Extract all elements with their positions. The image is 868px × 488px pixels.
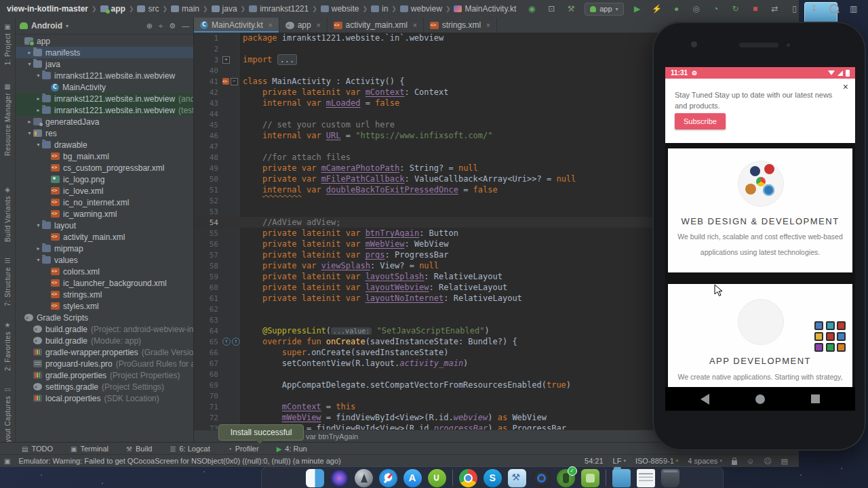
breadcrumb-item[interactable]: src bbox=[137, 4, 159, 14]
breadcrumb-item[interactable]: imrankst1221 bbox=[249, 4, 309, 14]
tree-expand-icon[interactable]: ▾ bbox=[26, 61, 33, 67]
breadcrumb-item[interactable]: java bbox=[212, 4, 237, 14]
tree-item-ic-launcher-background-xml[interactable]: ic_launcher_background.xml bbox=[16, 277, 193, 289]
tree-expand-icon[interactable]: ▾ bbox=[35, 222, 42, 228]
search-everywhere-icon[interactable] bbox=[828, 3, 840, 15]
tab-mainactivity-kt[interactable]: MainActivity.kt× bbox=[194, 18, 279, 33]
build-hammer-icon[interactable]: ⚒ bbox=[565, 3, 577, 15]
tree-expand-icon[interactable]: ▾ bbox=[26, 130, 33, 136]
tree-item-app[interactable]: app bbox=[16, 35, 193, 47]
tree-item-strings-xml[interactable]: strings.xml bbox=[16, 289, 193, 300]
toolwindow-tab-build[interactable]: ⚒Build bbox=[126, 445, 152, 453]
dock-siri-icon[interactable] bbox=[330, 469, 349, 487]
tree-item-colors-xml[interactable]: colors.xml bbox=[16, 266, 193, 277]
tree-item-mipmap[interactable]: ▸mipmap bbox=[16, 243, 193, 254]
app-development-card[interactable]: APP DEVELOPMENT We create native applica… bbox=[668, 284, 852, 387]
toolwindow-tab-todo[interactable]: ▤TODO bbox=[22, 445, 53, 453]
stripe-item-build-variants[interactable]: ◈Build Variants bbox=[4, 186, 12, 242]
tree-item-ic-no-internet-xml[interactable]: ic_no_internet.xml bbox=[16, 197, 193, 208]
tree-item-gradle-wrapper-properties[interactable]: gradle-wrapper.properties(Gradle Version bbox=[16, 346, 193, 358]
tree-item-imrankst1221-website-in-webview[interactable]: ▸imrankst1221.website.in.webview(test bbox=[16, 104, 193, 116]
close-icon[interactable]: × bbox=[317, 22, 321, 29]
tree-expand-icon[interactable]: ▸ bbox=[26, 49, 33, 56]
tree-item-mainactivity[interactable]: MainActivity bbox=[16, 81, 193, 93]
tab-activity-main-xml[interactable]: activity_main.xml× bbox=[328, 18, 424, 33]
tree-item-generatedjava[interactable]: ▸generatedJava bbox=[16, 116, 193, 127]
web-design-card[interactable]: WEB DESIGN & DEVELOPMENT We build rich, … bbox=[668, 148, 852, 272]
stripe-item-1-project[interactable]: ▣1: Project bbox=[4, 23, 12, 65]
tree-expand-icon[interactable]: ▸ bbox=[35, 96, 42, 102]
tree-expand-icon[interactable]: ▸ bbox=[26, 119, 33, 125]
rerun-icon[interactable]: ↻ bbox=[730, 3, 742, 15]
tree-expand-icon[interactable]: ▸ bbox=[35, 107, 42, 113]
dock-chrome-icon[interactable] bbox=[459, 469, 477, 487]
dock-vpn-icon[interactable] bbox=[557, 469, 575, 487]
tree-item-values[interactable]: ▾values bbox=[16, 254, 193, 266]
tree-item-gradle-scripts[interactable]: Gradle Scripts bbox=[16, 312, 193, 323]
run-button[interactable]: ▶ bbox=[631, 3, 644, 15]
tree-expand-icon[interactable]: ▾ bbox=[35, 73, 42, 79]
hide-icon[interactable]: — bbox=[182, 22, 189, 30]
home-button[interactable] bbox=[755, 394, 765, 404]
project-panel-header[interactable]: Android ▾ ⊕÷⚙— bbox=[16, 18, 193, 35]
tree-item-imrankst1221-website-in-webview[interactable]: ▸imrankst1221.website.in.webview(andro bbox=[16, 93, 193, 104]
tree-item-res[interactable]: ▾res bbox=[16, 127, 193, 139]
stripe-item-layout-captures[interactable]: ▭Layout Captures bbox=[4, 386, 12, 451]
breadcrumb-item[interactable]: view-in-kotlin-master bbox=[7, 4, 88, 14]
breadcrumb-item[interactable]: MainActivity.kt bbox=[454, 4, 516, 14]
gear-icon[interactable]: ⚙ bbox=[169, 22, 176, 30]
tree-item-styles-xml[interactable]: styles.xml bbox=[16, 300, 193, 312]
dock-sdkbox-icon[interactable] bbox=[581, 469, 599, 487]
tree-item-ic-logo-png[interactable]: ic_logo.png bbox=[16, 174, 193, 185]
tree-expand-icon[interactable]: ▾ bbox=[35, 257, 42, 263]
locate-icon[interactable]: ⊕ bbox=[146, 22, 153, 30]
tree-item-bg-main-xml[interactable]: bg_main.xml bbox=[16, 150, 193, 162]
override-icon[interactable]: ↑ bbox=[222, 338, 231, 346]
tree-item-ic-love-xml[interactable]: ic_love.xml bbox=[16, 185, 193, 197]
dock-safari-icon[interactable] bbox=[379, 469, 397, 487]
dock-trash-icon[interactable] bbox=[661, 469, 679, 487]
dock-downloads-icon[interactable] bbox=[612, 469, 631, 487]
recents-button[interactable] bbox=[811, 394, 820, 403]
toolwindow-tab-profiler[interactable]: ◔Profiler bbox=[228, 445, 259, 453]
highlighting-smile-icon[interactable]: ☺ bbox=[747, 457, 754, 465]
project-view-selector[interactable]: Android bbox=[31, 21, 62, 30]
caret-position[interactable]: 54:21 bbox=[585, 457, 604, 465]
dock-finder-icon[interactable] bbox=[306, 469, 324, 487]
breadcrumb-item[interactable]: webview bbox=[400, 4, 442, 14]
highlighting-frown-icon[interactable]: ☹ bbox=[764, 457, 771, 466]
tree-item-ic-warning-xml[interactable]: ic_warning.xml bbox=[16, 208, 193, 220]
encoding-selector[interactable]: ISO-8859-1▾ bbox=[635, 457, 678, 465]
tree-item-build-gradle[interactable]: build.gradle(Project: android-webview-in bbox=[16, 323, 193, 335]
dock-utorrent-icon[interactable] bbox=[428, 469, 446, 487]
tree-item-java[interactable]: ▾java bbox=[16, 58, 193, 70]
close-icon[interactable]: × bbox=[269, 22, 273, 29]
tree-expand-icon[interactable]: ▸ bbox=[35, 245, 42, 251]
fold-expand-icon[interactable]: + bbox=[222, 56, 230, 64]
breadcrumb-item[interactable]: main bbox=[171, 4, 199, 14]
run-config-combo[interactable]: app▾ bbox=[585, 3, 623, 16]
back-button[interactable] bbox=[701, 394, 709, 405]
toolwindow-tab-4-run[interactable]: ▶4: Run bbox=[277, 445, 307, 453]
editor-breadcrumb-item[interactable]: var btnTryAgain bbox=[306, 432, 358, 441]
tree-item-layout[interactable]: ▾layout bbox=[16, 220, 193, 231]
tv-run-icon[interactable]: ⊡ bbox=[545, 3, 557, 15]
tree-item-local-properties[interactable]: local.properties(SDK Location) bbox=[16, 392, 193, 404]
apply-changes-icon[interactable]: ⚡ bbox=[651, 3, 663, 15]
related-xml-icon[interactable] bbox=[222, 78, 229, 85]
lock-icon[interactable] bbox=[732, 460, 737, 465]
close-icon[interactable]: × bbox=[486, 22, 490, 29]
tree-item-imrankst1221-website-in-webview[interactable]: ▾imrankst1221.website.in.webview bbox=[16, 70, 193, 81]
tree-item-build-gradle[interactable]: build.gradle(Module: app) bbox=[16, 335, 193, 346]
attach-debugger-icon[interactable]: ◎ bbox=[690, 3, 703, 15]
fold-collapse-icon[interactable]: − bbox=[231, 78, 238, 85]
tree-item-gradle-properties[interactable]: gradle.properties(Project Properties) bbox=[16, 369, 193, 381]
subscribe-button[interactable]: Subscribe bbox=[675, 113, 726, 129]
device-manager-icon[interactable]: ▯ bbox=[789, 3, 801, 15]
indent-selector[interactable]: 4 spaces▾ bbox=[688, 457, 722, 465]
toolwindow-toggle-icon[interactable]: ▣ bbox=[4, 458, 10, 465]
tab-strings-xml[interactable]: strings.xml× bbox=[424, 18, 497, 33]
tree-item-settings-gradle[interactable]: settings.gradle(Project Settings) bbox=[16, 381, 193, 392]
line-ending-selector[interactable]: LF▾ bbox=[613, 457, 626, 465]
close-icon[interactable]: × bbox=[413, 22, 417, 29]
